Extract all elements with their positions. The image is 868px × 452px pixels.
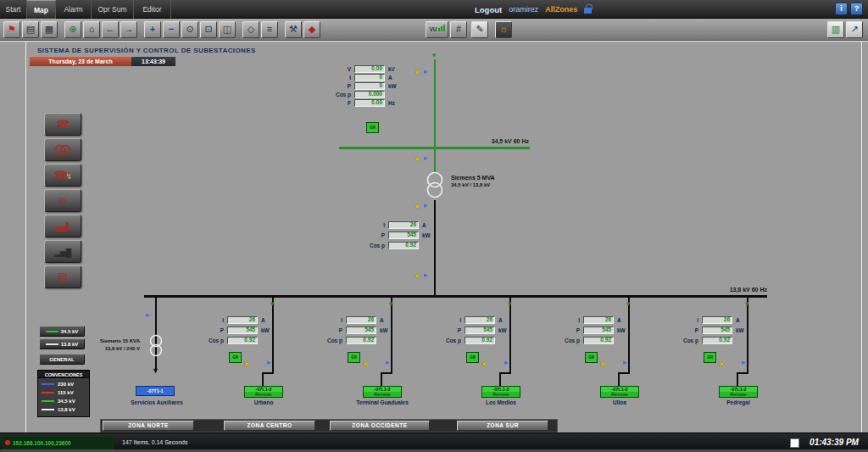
legend-345-button[interactable]: 34.5 kV: [39, 326, 85, 337]
aux-device-box[interactable]: -07T1-1: [136, 386, 175, 396]
feeder-breaker-box[interactable]: -07L1-2 Remote: [600, 386, 639, 398]
feeder-jog: [262, 372, 264, 386]
sidebar-energize-button[interactable]: ☎↯: [44, 164, 81, 187]
mixer-icon[interactable]: #: [450, 21, 467, 38]
username-label: oramirez: [509, 5, 538, 14]
tab-opr-sum[interactable]: Opr Sum: [92, 0, 134, 19]
layers-icon[interactable]: ≡: [261, 21, 278, 38]
legend-general-button[interactable]: GENERAL: [39, 354, 85, 365]
chart-icon[interactable]: ▥: [827, 21, 844, 38]
breaker-tag-box[interactable]: GR: [466, 352, 479, 363]
feeder-urbano: ▼ I 26 A P 545 kW Cos p 0.92 GR × ▸ -07L…: [195, 298, 314, 411]
disconnector-icon[interactable]: ×: [415, 154, 420, 163]
disconnector-icon[interactable]: ×: [415, 271, 420, 280]
load-arrow-icon: ▼: [152, 367, 159, 374]
forward-icon[interactable]: →: [120, 21, 137, 38]
feeder-breaker-box[interactable]: -07L1-2 Remote: [481, 386, 520, 398]
connection-dot-icon: [5, 440, 10, 445]
tab-editor[interactable]: Editor: [134, 0, 171, 19]
disconnector-icon[interactable]: ×: [600, 360, 605, 368]
zones-selector[interactable]: AllZones: [545, 5, 577, 14]
measure-label: P: [432, 327, 461, 333]
alarm-summary-icon[interactable]: ⚑: [3, 21, 20, 38]
zoom-extent-icon[interactable]: ⊙: [181, 21, 198, 38]
disconnector-icon[interactable]: ×: [719, 360, 724, 368]
breaker-tag-box[interactable]: GR: [704, 352, 716, 363]
measure-unit: kW: [617, 327, 626, 333]
pen-icon[interactable]: ✎: [471, 21, 488, 38]
disconnector-icon[interactable]: ×: [481, 360, 487, 368]
connection-address: 192.168.100.100,23600: [13, 440, 71, 446]
export-icon[interactable]: ↗: [846, 21, 863, 38]
breaker-icon[interactable]: ▸: [623, 359, 627, 366]
tab-start[interactable]: Start: [0, 0, 27, 19]
feeder-breaker-box[interactable]: -07L1-2 Remote: [719, 386, 758, 398]
measure-value: 26: [465, 316, 495, 324]
measure-unit: A: [380, 317, 384, 323]
breaker-tag-box[interactable]: GR: [585, 352, 598, 363]
sidebar-transformer-button[interactable]: [44, 138, 81, 161]
world-map-icon[interactable]: ⊕: [64, 21, 81, 38]
help-button[interactable]: ?: [850, 3, 863, 15]
flow-arrow-icon: ▼: [625, 301, 632, 308]
zone-norte-button[interactable]: ZONA NORTE: [103, 421, 194, 431]
zoom-previous-icon[interactable]: ◫: [219, 21, 236, 38]
notes-icon: ▤: [58, 271, 68, 283]
status-indicator: [790, 438, 799, 448]
back-icon[interactable]: ←: [102, 21, 119, 38]
disconnector-icon[interactable]: ×: [244, 360, 249, 368]
pan-icon[interactable]: ◇: [242, 21, 259, 38]
aux-transformer-symbol[interactable]: [145, 333, 167, 360]
measure-label: P: [356, 232, 385, 238]
measure-label: I: [356, 222, 385, 228]
tools-icon[interactable]: ⚒: [285, 21, 302, 38]
sidebar-substation-button[interactable]: [44, 215, 81, 237]
legend-138-label: 13.8 kV: [61, 342, 79, 347]
breaker-icon[interactable]: ▸: [267, 359, 271, 366]
legend-138-button[interactable]: 13.8 kV: [39, 338, 85, 349]
tab-alarm[interactable]: Alarm: [56, 0, 92, 19]
home-view-icon[interactable]: ⌂: [83, 21, 100, 38]
logout-button[interactable]: Logout: [475, 5, 502, 14]
breaker-tag-box[interactable]: GR: [366, 122, 379, 133]
zone-sur-button[interactable]: ZONA SUR: [457, 421, 548, 431]
sidebar-trends-button[interactable]: ▂▅█: [44, 240, 81, 263]
breaker-tag-box[interactable]: GR: [229, 352, 242, 363]
main-transformer-symbol[interactable]: [422, 170, 448, 201]
measure-value: 0.92: [388, 242, 419, 249]
feeder-breaker-box[interactable]: -07L1-2 Remote: [363, 386, 402, 398]
breaker-icon[interactable]: ▸: [424, 271, 428, 279]
grid-view-icon[interactable]: ▦: [41, 21, 58, 38]
lamp-icon[interactable]: ☼: [495, 21, 512, 38]
breaker-icon[interactable]: ▸: [504, 359, 509, 366]
legend-row-230: 230 kV: [38, 380, 89, 388]
disconnector-icon[interactable]: ×: [363, 360, 368, 368]
feeder-line: [747, 298, 748, 374]
sidebar-broadcast-button[interactable]: ≋: [44, 189, 81, 212]
breaker-icon[interactable]: ▸: [424, 154, 428, 162]
breaker-tag-box[interactable]: GR: [348, 352, 360, 363]
tab-map[interactable]: Map: [27, 0, 56, 19]
vehicle-icon[interactable]: ◆: [303, 21, 320, 38]
flow-arrow-icon: ▼: [269, 301, 275, 308]
zoom-in-icon[interactable]: +: [144, 21, 161, 38]
conventions-title: CONVENCIONES: [37, 370, 90, 378]
measure-unit: Hz: [388, 100, 395, 106]
sidebar-notes-button[interactable]: ▤: [44, 265, 81, 288]
zoom-out-icon[interactable]: −: [163, 21, 180, 38]
disconnector-icon[interactable]: ×: [415, 202, 420, 210]
breaker-icon[interactable]: ▸: [386, 359, 390, 366]
measure-label: P: [670, 327, 698, 333]
measure-value: 545: [227, 326, 258, 334]
info-button[interactable]: i: [835, 3, 848, 15]
vu-meter-button[interactable]: VU: [426, 21, 448, 38]
breaker-icon[interactable]: ▸: [146, 311, 150, 319]
print-icon[interactable]: ▤: [22, 21, 39, 38]
zone-centro-button[interactable]: ZONA CENTRO: [224, 421, 315, 431]
breaker-icon[interactable]: ▸: [424, 202, 428, 209]
feeder-breaker-box[interactable]: -07L1-2 Remote: [244, 386, 283, 398]
sidebar-handset-button[interactable]: ☎: [44, 113, 81, 136]
breaker-icon[interactable]: ▸: [742, 359, 746, 366]
zone-occidente-button[interactable]: ZONA OCCIDENTE: [330, 421, 430, 431]
zoom-window-icon[interactable]: ⊡: [200, 21, 217, 38]
